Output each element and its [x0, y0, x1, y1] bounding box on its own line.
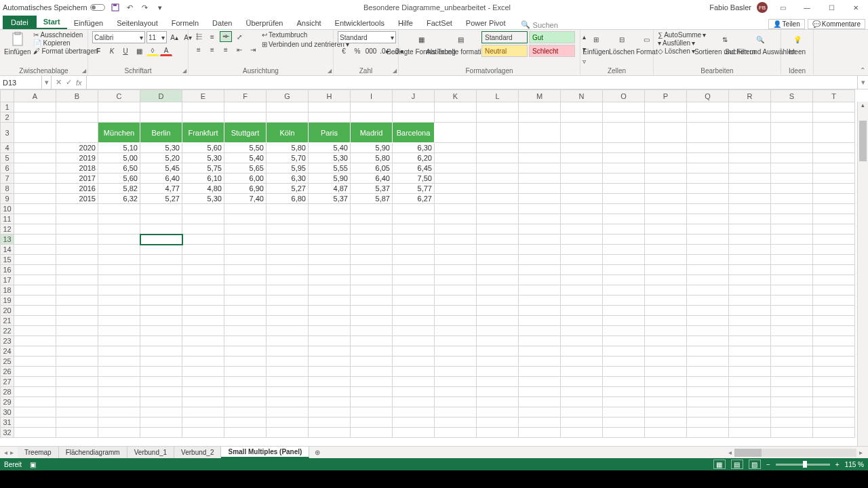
cell-D24[interactable]	[140, 346, 182, 357]
cell-J9[interactable]: 6,27	[393, 194, 435, 204]
cell-T20[interactable]	[813, 306, 855, 316]
cell-N23[interactable]	[561, 336, 603, 346]
cell-B30[interactable]	[56, 407, 98, 418]
cell-T6[interactable]	[813, 163, 855, 174]
cell-F17[interactable]	[224, 275, 267, 285]
cell-T22[interactable]	[813, 326, 855, 336]
cell-K32[interactable]	[435, 428, 477, 438]
col-header-N[interactable]: N	[561, 90, 603, 102]
cell-O23[interactable]	[603, 336, 645, 346]
row-header-1[interactable]: 1	[1, 102, 14, 113]
cell-P13[interactable]	[645, 235, 687, 245]
cell-I14[interactable]	[351, 245, 393, 255]
cell-K29[interactable]	[435, 397, 477, 407]
col-header-P[interactable]: P	[645, 90, 687, 102]
cell-C9[interactable]: 6,32	[98, 194, 140, 204]
cell-P11[interactable]	[645, 214, 687, 224]
row-header-25[interactable]: 25	[1, 357, 14, 367]
cell-B20[interactable]	[56, 306, 98, 316]
cell-H2[interactable]	[309, 113, 351, 123]
cell-C2[interactable]	[98, 113, 140, 123]
cell-M12[interactable]	[519, 224, 561, 235]
cell-H32[interactable]	[309, 428, 351, 438]
currency-icon[interactable]: €	[338, 45, 350, 56]
cell-T2[interactable]	[813, 113, 855, 123]
cell-P27[interactable]	[645, 377, 687, 387]
cell-O9[interactable]	[603, 194, 645, 204]
cell-Q20[interactable]	[687, 306, 729, 316]
cell-E19[interactable]	[182, 296, 224, 306]
cell-Q13[interactable]	[687, 235, 729, 245]
cell-O2[interactable]	[603, 113, 645, 123]
cell-Q19[interactable]	[687, 296, 729, 306]
cell-O17[interactable]	[603, 275, 645, 285]
scroll-up-icon[interactable]: ▴	[858, 102, 868, 111]
cell-D32[interactable]	[140, 428, 182, 438]
cell-N27[interactable]	[561, 377, 603, 387]
row-header-3[interactable]: 3	[1, 123, 14, 143]
cell-J14[interactable]	[393, 245, 435, 255]
tab-help[interactable]: Hilfe	[391, 17, 420, 29]
cell-A12[interactable]	[14, 224, 56, 235]
cell-N10[interactable]	[561, 204, 603, 214]
cell-H30[interactable]	[309, 407, 351, 418]
cell-G19[interactable]	[267, 296, 309, 306]
cell-P7[interactable]	[645, 174, 687, 184]
orientation-icon[interactable]: ⤢	[233, 31, 245, 42]
cell-Q17[interactable]	[687, 275, 729, 285]
align-center-icon[interactable]: ≡	[206, 44, 218, 55]
cell-G29[interactable]	[267, 397, 309, 407]
cell-J18[interactable]	[393, 285, 435, 296]
row-header-29[interactable]: 29	[1, 397, 14, 407]
cell-F22[interactable]	[224, 326, 267, 336]
cell-A22[interactable]	[14, 326, 56, 336]
underline-button[interactable]: U	[119, 45, 132, 56]
cell-G5[interactable]: 5,70	[267, 153, 309, 163]
cell-S13[interactable]	[771, 235, 813, 245]
cell-N7[interactable]	[561, 174, 603, 184]
cell-O1[interactable]	[603, 102, 645, 113]
cell-G8[interactable]: 5,27	[267, 184, 309, 194]
cell-K28[interactable]	[435, 387, 477, 397]
cell-K7[interactable]	[435, 174, 477, 184]
col-header-C[interactable]: C	[98, 90, 140, 102]
cell-A8[interactable]	[14, 184, 56, 194]
cell-E25[interactable]	[182, 357, 224, 367]
cell-H13[interactable]	[309, 235, 351, 245]
cell-K6[interactable]	[435, 163, 477, 174]
cell-P25[interactable]	[645, 357, 687, 367]
col-header-E[interactable]: E	[182, 90, 224, 102]
cell-A26[interactable]	[14, 367, 56, 377]
cell-G25[interactable]	[267, 357, 309, 367]
cell-J27[interactable]	[393, 377, 435, 387]
cell-M13[interactable]	[519, 235, 561, 245]
cell-S23[interactable]	[771, 336, 813, 346]
cell-P1[interactable]	[645, 102, 687, 113]
cell-J13[interactable]	[393, 235, 435, 245]
cell-Q12[interactable]	[687, 224, 729, 235]
cell-D5[interactable]: 5,20	[140, 153, 182, 163]
cell-T32[interactable]	[813, 428, 855, 438]
cell-H11[interactable]	[309, 214, 351, 224]
font-color-icon[interactable]: A	[160, 45, 172, 56]
cell-T26[interactable]	[813, 367, 855, 377]
cell-E2[interactable]	[182, 113, 224, 123]
cell-H24[interactable]	[309, 346, 351, 357]
cell-F29[interactable]	[224, 397, 267, 407]
cell-J30[interactable]	[393, 407, 435, 418]
cell-G2[interactable]	[267, 113, 309, 123]
cell-I3[interactable]: Madrid	[351, 123, 393, 143]
delete-cells-button[interactable]: Löschen	[609, 48, 635, 56]
cell-S24[interactable]	[771, 346, 813, 357]
toggle-off-icon[interactable]	[90, 4, 105, 11]
cell-B17[interactable]	[56, 275, 98, 285]
cell-I25[interactable]	[351, 357, 393, 367]
autosum-button[interactable]: ∑AutoSumme ▾	[658, 31, 706, 39]
cell-D26[interactable]	[140, 367, 182, 377]
close-icon[interactable]: ✕	[846, 1, 865, 14]
cell-A29[interactable]	[14, 397, 56, 407]
cell-C19[interactable]	[98, 296, 140, 306]
zoom-slider[interactable]	[776, 464, 830, 466]
cell-T17[interactable]	[813, 275, 855, 285]
cell-M7[interactable]	[519, 174, 561, 184]
